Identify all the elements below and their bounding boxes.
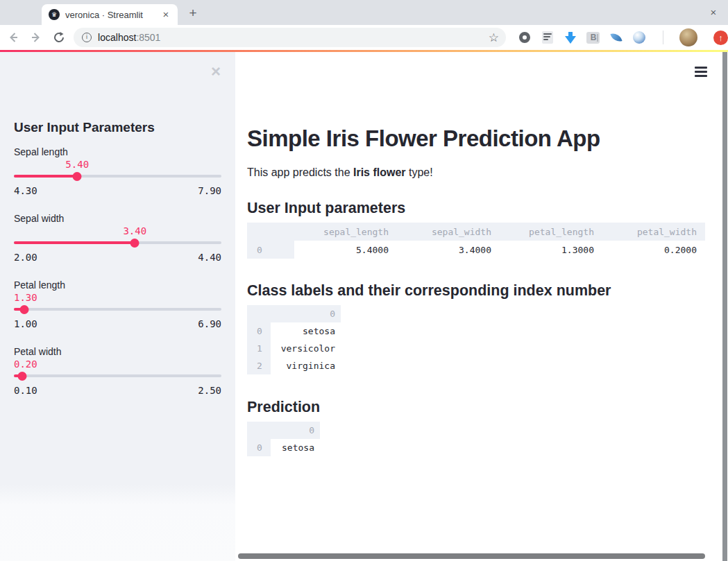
sidebar: × User Input Parameters Sepal length 5.4…	[0, 52, 235, 561]
slider-min: 4.30	[14, 185, 37, 196]
slider-value: 1.30	[14, 292, 37, 303]
column-header: 0	[271, 305, 341, 322]
hamburger-menu-icon[interactable]	[695, 67, 707, 77]
table-row: 1versicolor	[247, 340, 341, 357]
slider-thumb[interactable]	[20, 305, 29, 314]
table-cell: 3.4000	[397, 241, 500, 259]
prediction-table: 00setosa	[247, 422, 320, 456]
extension-b-icon[interactable]: B	[586, 30, 601, 45]
column-header: petal_width	[602, 223, 705, 241]
extension-donut-icon[interactable]	[517, 30, 532, 45]
slider-min: 1.00	[14, 318, 37, 329]
main-content: Simple Iris Flower Prediction App This a…	[236, 52, 728, 561]
tab-title: veronica · Streamlit	[65, 10, 160, 20]
toolbar-divider	[663, 31, 663, 44]
slider-sepal-length: Sepal length 5.40 4.30 7.90	[14, 146, 221, 197]
vertical-scrollbar[interactable]	[722, 52, 727, 561]
section-heading-user-input: User Input parameters	[247, 199, 705, 217]
url-host: localhost	[98, 32, 136, 43]
row-index: 1	[247, 340, 271, 357]
table-cell: 0.2000	[602, 241, 705, 259]
browser-tab[interactable]: ♛ veronica · Streamlit ×	[42, 4, 178, 25]
slider-fill	[14, 175, 77, 178]
intro-text: This app predicts the Iris flower type!	[247, 166, 705, 179]
forward-icon[interactable]	[27, 28, 46, 47]
extensions-row: B ↑	[517, 28, 728, 46]
url-port: :8501	[136, 32, 160, 43]
column-header: sepal_length	[294, 223, 397, 241]
window-titlebar: ♛ veronica · Streamlit × + ×	[0, 0, 728, 25]
row-index: 0	[247, 322, 271, 340]
extension-swirl-icon[interactable]	[632, 30, 647, 45]
bookmark-star-icon[interactable]: ☆	[489, 31, 499, 45]
slider-label: Petal width	[14, 346, 221, 358]
slider-max: 7.90	[198, 185, 221, 196]
user-input-table: sepal_lengthsepal_widthpetal_lengthpetal…	[247, 223, 705, 259]
table-cell: versicolor	[271, 340, 341, 357]
section-heading-class-labels: Class labels and their corresponding ind…	[247, 282, 705, 300]
slider-value: 0.20	[14, 359, 37, 370]
browser-update-icon[interactable]: ↑	[713, 31, 728, 45]
slider-max: 2.50	[198, 385, 221, 396]
slider-thumb[interactable]	[130, 239, 139, 248]
url-text[interactable]: localhost:8501	[98, 32, 484, 43]
sidebar-close-icon[interactable]: ×	[211, 64, 221, 78]
column-header: petal_length	[500, 223, 602, 241]
slider-track[interactable]	[14, 241, 221, 244]
slider-label: Sepal width	[14, 213, 221, 225]
slider-min: 0.10	[14, 385, 37, 396]
profile-avatar[interactable]	[679, 28, 697, 46]
table-row: 0setosa	[247, 439, 320, 456]
window-close-icon[interactable]: ×	[706, 5, 721, 20]
tab-close-icon[interactable]: ×	[160, 8, 172, 21]
extension-feather-icon[interactable]	[609, 30, 624, 45]
row-index: 0	[247, 439, 271, 456]
slider-track[interactable]	[14, 308, 221, 311]
row-index: 2	[247, 357, 271, 374]
slider-petal-length: Petal length 1.30 1.00 6.90	[14, 279, 221, 330]
table-cell: 1.3000	[500, 241, 602, 259]
table-cell: virginica	[271, 357, 341, 374]
table-row: 05.40003.40001.30000.2000	[247, 241, 705, 259]
section-heading-prediction: Prediction	[247, 398, 705, 416]
intro-prefix: This app predicts the	[247, 166, 353, 178]
table-row: 2virginica	[247, 357, 341, 374]
back-icon[interactable]	[4, 28, 23, 47]
slider-label: Sepal length	[14, 146, 221, 158]
row-index: 0	[247, 241, 294, 259]
intro-suffix: type!	[406, 166, 433, 178]
address-bar[interactable]: i localhost:8501 ☆	[74, 28, 506, 47]
slider-max: 6.90	[198, 318, 221, 329]
slider-value: 3.40	[123, 225, 146, 236]
column-header: sepal_width	[397, 223, 500, 241]
index-column-header	[247, 223, 294, 241]
slider-label: Petal length	[14, 279, 221, 291]
slider-petal-width: Petal width 0.20 0.10 2.50	[14, 346, 221, 397]
horizontal-scrollbar[interactable]	[238, 553, 705, 559]
table-cell: 5.4000	[294, 241, 397, 259]
favicon-glyph: ♛	[51, 11, 57, 18]
index-column-header	[247, 305, 271, 322]
intro-bold: Iris flower	[353, 166, 406, 178]
table-cell: setosa	[271, 322, 341, 340]
browser-toolbar: i localhost:8501 ☆ B ↑	[0, 25, 728, 50]
slider-fill	[14, 241, 135, 244]
page-info-icon[interactable]: i	[82, 33, 92, 42]
slider-thumb[interactable]	[73, 172, 82, 181]
streamlit-app-page: × User Input Parameters Sepal length 5.4…	[0, 52, 728, 561]
slider-value: 5.40	[65, 159, 89, 170]
streamlit-favicon-icon: ♛	[49, 9, 60, 20]
refresh-icon[interactable]	[49, 28, 68, 47]
table-cell: setosa	[271, 439, 320, 456]
extension-binary-doc-icon[interactable]	[540, 30, 555, 45]
slider-min: 2.00	[14, 252, 37, 263]
index-column-header	[247, 422, 271, 439]
slider-thumb[interactable]	[18, 372, 27, 381]
slider-track[interactable]	[14, 374, 221, 377]
new-tab-button[interactable]: +	[185, 6, 201, 22]
table-row: 0setosa	[247, 322, 341, 340]
slider-track[interactable]	[14, 175, 221, 178]
page-title: Simple Iris Flower Prediction App	[247, 126, 705, 152]
slider-sepal-width: Sepal width 3.40 2.00 4.40	[14, 213, 221, 264]
extension-download-arrow-icon[interactable]	[563, 30, 578, 45]
